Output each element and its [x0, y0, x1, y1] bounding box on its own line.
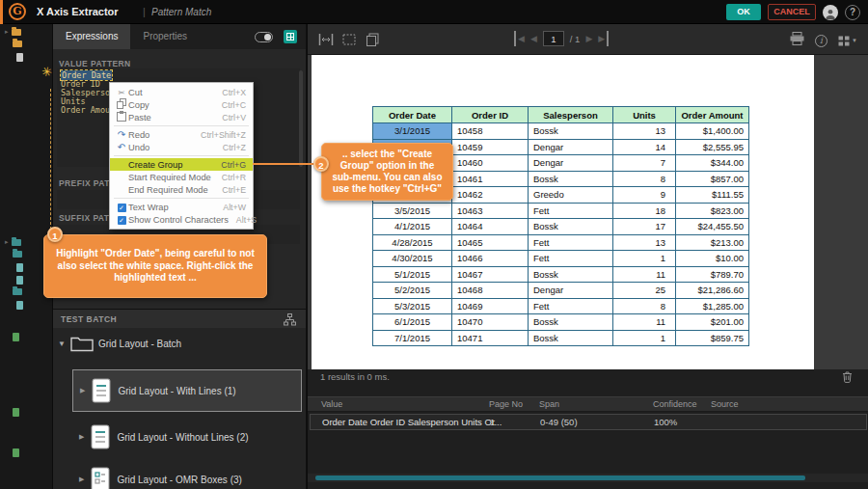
menu-item-start-required-mode[interactable]: Start Required ModeCtrl+R: [110, 171, 253, 183]
document-icon: [16, 53, 23, 62]
doc-table-row: 5/2/201510468Dengar25$21,286.60: [373, 283, 749, 299]
menu-item-show-control-characters[interactable]: ✓Show Control CharactersAlt+S: [110, 213, 253, 226]
batch-item-label: Grid Layout - With Lines (1): [118, 386, 235, 396]
panel-toggle-switch[interactable]: [255, 32, 273, 42]
grooper-logo-icon: G: [9, 3, 26, 20]
tab-properties[interactable]: Properties: [130, 24, 200, 49]
doc-table-header-cell: Salesperson: [529, 107, 613, 123]
tree-item[interactable]: [16, 301, 23, 310]
document-viewer: ◀ ◀ 1 / 1 ▶ ▶ i ▼: [307, 24, 868, 489]
menu-item-paste[interactable]: PasteCtrl+V: [110, 111, 253, 123]
tree-item[interactable]: ▸: [5, 28, 21, 36]
tree-item[interactable]: [16, 263, 23, 272]
tree-item[interactable]: [13, 251, 22, 258]
folder-icon: [13, 288, 22, 295]
test-batch-header: TEST BATCH: [53, 310, 306, 328]
info-icon[interactable]: i: [815, 35, 827, 47]
pattern-editor-badge[interactable]: [284, 30, 297, 43]
doc-table-cell: 13: [613, 123, 676, 140]
checkbox-checked-icon: ✓: [115, 215, 128, 225]
tree-item[interactable]: [13, 333, 19, 341]
document-page[interactable]: Order DateOrder IDSalespersonUnitsOrder …: [312, 55, 814, 369]
doc-table-cell: 14: [613, 139, 676, 155]
tree-item[interactable]: [13, 448, 19, 457]
doc-table-row: 4/28/201510465Fett13$213.00: [373, 234, 749, 251]
help-icon[interactable]: ?: [845, 5, 860, 20]
doc-table-cell: Dengar: [529, 283, 613, 299]
tab-expressions[interactable]: Expressions: [53, 24, 130, 49]
first-page-icon[interactable]: ◀: [514, 31, 525, 46]
menu-item-label: Text Wrap: [128, 203, 215, 212]
doc-table-cell: Fett: [529, 203, 613, 219]
doc-table-cell: 6/1/2015: [373, 314, 452, 331]
next-page-icon[interactable]: ▶: [585, 31, 592, 46]
menu-item-copy[interactable]: CopyCtrl+C: [110, 98, 253, 111]
doc-table-cell: 17: [613, 219, 676, 235]
result-row[interactable]: Order Date Order ID Salesperson Units Or…: [310, 414, 867, 430]
results-col-pageno: Page No: [489, 399, 523, 409]
window-title: X Axis Extractor: [37, 6, 119, 17]
print-icon[interactable]: [790, 32, 804, 49]
tree-item[interactable]: ▸: [5, 238, 21, 246]
doc-table-cell: 5/2/2015: [373, 283, 452, 299]
user-account-icon[interactable]: [823, 5, 838, 20]
doc-table-cell: 10470: [452, 314, 529, 331]
scrollbar-thumb[interactable]: [315, 475, 805, 480]
batch-structure-icon[interactable]: [284, 312, 296, 330]
cancel-button[interactable]: CANCEL: [768, 4, 816, 20]
tree-item[interactable]: [16, 53, 23, 62]
doc-table-cell: 1: [613, 251, 676, 267]
batch-item-without-lines[interactable]: ▶ Grid Layout - Without Lines (2): [72, 418, 302, 456]
editor-scrollbar[interactable]: [299, 70, 303, 167]
page-number-input[interactable]: 1: [543, 31, 564, 46]
doc-table-cell: Dengar: [529, 139, 613, 155]
batch-item-omr-boxes[interactable]: ▶ Grid Layout - OMR Boxes (3): [72, 460, 302, 489]
menu-item-create-group[interactable]: Create GroupCtrl+G: [110, 158, 253, 171]
doc-table-cell: $789.70: [676, 266, 749, 283]
menu-item-cut[interactable]: ✂CutCtrl+X: [110, 86, 253, 98]
fit-width-icon[interactable]: [317, 32, 335, 47]
menu-item-label: Paste: [128, 113, 214, 122]
menu-item-redo[interactable]: ↷RedoCtrl+Shift+Z: [110, 128, 253, 141]
menu-item-end-required-mode[interactable]: End Required ModeCtrl+E: [110, 183, 253, 196]
prev-page-icon[interactable]: ◀: [530, 31, 537, 46]
menu-item-label: Cut: [128, 88, 214, 97]
doc-table-cell: $201.00: [676, 314, 749, 331]
results-status: 1 results in 0 ms.: [320, 371, 390, 382]
ok-button[interactable]: OK: [726, 4, 761, 20]
batch-item-with-lines[interactable]: ▶ Grid Layout - With Lines (1): [72, 369, 302, 412]
doc-table-cell: $344.00: [676, 155, 749, 172]
tree-item[interactable]: [16, 276, 23, 285]
doc-table-cell: Fett: [529, 251, 613, 267]
doc-table-cell: Greedo: [529, 187, 613, 204]
tree-item[interactable]: [13, 41, 22, 47]
pages-icon[interactable]: [364, 32, 381, 47]
doc-table-cell: Bossk: [529, 314, 613, 331]
tree-item[interactable]: [13, 288, 22, 295]
annotation-text: .. select the "Create Group" option in t…: [329, 149, 446, 195]
doc-table-cell: $859.75: [676, 330, 749, 346]
chevron-right-icon: ▸: [5, 28, 9, 36]
doc-table-cell: Dengar: [529, 155, 613, 172]
trash-icon[interactable]: [842, 369, 853, 387]
batch-root-folder[interactable]: ▼ Grid Layout - Batch: [58, 335, 181, 352]
view-layout-icon[interactable]: ▼: [838, 36, 857, 46]
step-number-badge: 2: [313, 156, 329, 172]
menu-item-shortcut: Ctrl+V: [222, 113, 246, 122]
menu-item-text-wrap[interactable]: ✓Text WrapAlt+W: [110, 201, 253, 213]
doc-table-cell: $1,400.00: [676, 123, 749, 140]
doc-table-cell: 10471: [452, 330, 529, 346]
doc-table-cell: $823.00: [676, 203, 749, 219]
redo-icon: ↷: [115, 129, 128, 140]
last-page-icon[interactable]: ▶: [598, 31, 609, 46]
tree-item[interactable]: [13, 408, 19, 417]
folder-icon: [13, 251, 22, 258]
accent-strip: [0, 0, 3, 24]
results-col-span: Span: [539, 399, 559, 409]
menu-item-undo[interactable]: ↶UndoCtrl+Z: [110, 141, 253, 153]
doc-table-header-row: Order DateOrder IDSalespersonUnitsOrder …: [373, 107, 749, 123]
chevron-right-icon: ▶: [79, 433, 84, 441]
doc-table-header-cell: Order ID: [452, 107, 529, 123]
title-separator: |: [143, 6, 146, 17]
zoom-selection-icon[interactable]: [340, 32, 358, 47]
